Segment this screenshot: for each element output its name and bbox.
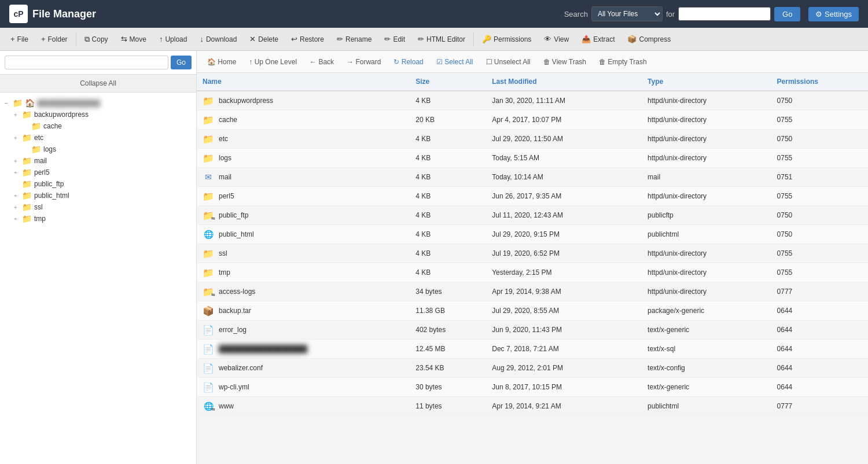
reload-button[interactable]: ↻ Reload — [388, 56, 429, 68]
table-row[interactable]: 📁cache 20 KB Apr 4, 2017, 10:07 PM httpd… — [197, 111, 868, 130]
file-type: package/x-generic — [642, 301, 771, 321]
compress-button[interactable]: 📦 Compress — [621, 32, 676, 46]
tree-label-mail: mail — [34, 157, 47, 165]
table-row[interactable]: 📦backup.tar 11.38 GB Jul 29, 2020, 8:55 … — [197, 301, 868, 321]
table-row[interactable]: 📁backupwordpress 4 KB Jan 30, 2020, 11:1… — [197, 91, 868, 111]
tree-item-backupwordpress[interactable]: + 📁 backupwordpress — [12, 109, 194, 120]
unselect-all-button[interactable]: ☐ Unselect All — [480, 56, 536, 68]
file-perms: 0644 — [771, 378, 868, 397]
tree-item-mail[interactable]: + 📁 mail — [12, 155, 194, 167]
file-size: 402 bytes — [410, 321, 486, 340]
file-size: 11 bytes — [410, 397, 486, 416]
download-button[interactable]: ↓ Download — [194, 32, 242, 46]
table-row[interactable]: 📁ssl 4 KB Jul 19, 2020, 6:52 PM httpd/un… — [197, 244, 868, 263]
view-button[interactable]: 👁 View — [538, 32, 575, 46]
table-row[interactable]: 📁 ⇆ public_ftp 4 KB Jul 11, 2020, 12:43 … — [197, 206, 868, 225]
new-folder-button[interactable]: + Folder — [35, 32, 73, 46]
table-row[interactable]: 📁 ⇆ access-logs 34 bytes Apr 19, 2014, 9… — [197, 282, 868, 301]
file-table-header: Name Size Last Modified Type Permissions — [197, 73, 868, 91]
tree-item-public-html[interactable]: + 📁 public_html — [12, 190, 194, 201]
tree-item-root[interactable]: − 📁 🏠 ██████████████ — [2, 97, 194, 109]
folder-icon-tmp: 📁 — [22, 214, 32, 223]
table-row[interactable]: 📁perl5 4 KB Jun 26, 2017, 9:35 AM httpd/… — [197, 187, 868, 206]
tree-item-tmp[interactable]: + 📁 tmp — [12, 213, 194, 224]
new-file-button[interactable]: + File — [5, 32, 34, 46]
copy-button[interactable]: ⧉ Copy — [79, 32, 114, 47]
file-size: 34 bytes — [410, 282, 486, 301]
tree-item-ssl[interactable]: + 📁 ssl — [12, 201, 194, 213]
search-input[interactable] — [678, 7, 771, 21]
upload-button[interactable]: ↑ Upload — [153, 32, 193, 46]
col-permissions[interactable]: Permissions — [771, 73, 868, 91]
sidebar-go-button[interactable]: Go — [171, 56, 192, 69]
tree-item-perl5[interactable]: + 📁 perl5 — [12, 167, 194, 178]
search-go-button[interactable]: Go — [774, 7, 800, 21]
file-icon: 📄 — [203, 381, 214, 393]
col-type[interactable]: Type — [642, 73, 771, 91]
folder-icon: 📁 — [203, 152, 214, 164]
view-trash-button[interactable]: 🗑 View Trash — [538, 56, 592, 68]
move-button[interactable]: ⇆ Move — [115, 32, 152, 46]
file-perms: 0750 — [771, 206, 868, 225]
empty-trash-button[interactable]: 🗑 Empty Trash — [593, 56, 653, 68]
folder-icon-ssl: 📁 — [22, 202, 32, 212]
tree-children-backupwordpress: 📁 cache — [12, 120, 194, 132]
forward-button[interactable]: → Forward — [341, 56, 387, 68]
file-modified: Jul 19, 2020, 6:52 PM — [486, 244, 642, 263]
collapse-all-button[interactable]: Collapse All — [0, 75, 196, 93]
table-row[interactable]: 🌐public_html 4 KB Jul 29, 2020, 9:15 PM … — [197, 225, 868, 244]
tree-item-logs[interactable]: 📁 logs — [21, 143, 194, 155]
search-scope-select[interactable]: All Your Files File Names Only File Cont… — [591, 6, 663, 21]
file-table-body: 📁backupwordpress 4 KB Jan 30, 2020, 11:1… — [197, 91, 868, 416]
table-row[interactable]: 📄wp-cli.yml 30 bytes Jun 8, 2017, 10:15 … — [197, 378, 868, 397]
file-perms: 0751 — [771, 168, 868, 187]
file-type: mail — [642, 168, 771, 187]
file-modified: Jul 11, 2020, 12:43 AM — [486, 206, 642, 225]
folder-icon: 📁 — [203, 267, 214, 278]
file-name: public_ftp — [219, 211, 248, 219]
folder-icon: 📁 — [203, 133, 214, 145]
tree-expand-tmp: + — [14, 216, 20, 222]
html-editor-button[interactable]: ✏ HTML Editor — [412, 32, 471, 46]
file-modified: Apr 19, 2014, 9:21 AM — [486, 397, 642, 416]
table-row[interactable]: 🌐 ⇆ www 11 bytes Apr 19, 2014, 9:21 AM p… — [197, 397, 868, 416]
restore-button[interactable]: ↩ Restore — [285, 32, 330, 46]
file-name: backupwordpress — [219, 97, 273, 105]
file-name: public_html — [219, 230, 254, 238]
toolbar-separator-2 — [473, 32, 474, 46]
back-button[interactable]: ← Back — [304, 56, 340, 68]
table-row[interactable]: 📄error_log 402 bytes Jun 9, 2020, 11:43 … — [197, 321, 868, 340]
file-name: webalizer.conf — [219, 364, 263, 372]
file-type: httpd/unix-directory — [642, 91, 771, 111]
table-row[interactable]: 📁tmp 4 KB Yesterday, 2:15 PM httpd/unix-… — [197, 263, 868, 282]
tree-label-etc: etc — [34, 134, 43, 142]
sidebar-search-input[interactable] — [5, 56, 168, 69]
tree-expand-public-html: + — [14, 193, 20, 199]
extract-button[interactable]: 📤 Extract — [576, 32, 620, 46]
select-all-button[interactable]: ☑ Select All — [431, 56, 479, 68]
file-modified: Jun 9, 2020, 11:43 PM — [486, 321, 642, 340]
table-row[interactable]: ✉mail 4 KB Today, 10:14 AM mail 0751 — [197, 168, 868, 187]
tree-item-public-ftp[interactable]: 📁 public_ftp — [12, 178, 194, 190]
rename-button[interactable]: ✏ Rename — [331, 32, 377, 46]
folder-icon-root: 📁 — [13, 98, 23, 108]
mail-icon: ✉ — [203, 171, 214, 183]
settings-button[interactable]: ⚙ Settings — [808, 7, 859, 21]
table-row[interactable]: 📁etc 4 KB Jul 29, 2020, 11:50 AM httpd/u… — [197, 130, 868, 149]
table-row[interactable]: 📄webalizer.conf 23.54 KB Aug 29, 2012, 2… — [197, 359, 868, 378]
app-logo: cP File Manager — [9, 5, 96, 23]
permissions-button[interactable]: 🔑 Permissions — [476, 32, 537, 46]
col-name[interactable]: Name — [197, 73, 410, 91]
file-type: text/x-config — [642, 359, 771, 378]
delete-button[interactable]: ✕ Delete — [244, 32, 284, 46]
home-button[interactable]: 🏠 Home — [201, 56, 242, 68]
table-row[interactable]: 📁logs 4 KB Today, 5:15 AM httpd/unix-dir… — [197, 149, 868, 168]
edit-button[interactable]: ✏ Edit — [378, 32, 411, 46]
tree-item-etc[interactable]: + 📁 etc — [12, 132, 194, 143]
up-one-level-button[interactable]: ↑ Up One Level — [243, 56, 303, 68]
col-size[interactable]: Size — [410, 73, 486, 91]
col-last-modified[interactable]: Last Modified — [486, 73, 642, 91]
tree-label-ssl: ssl — [34, 203, 43, 211]
tree-item-cache[interactable]: 📁 cache — [21, 120, 194, 132]
table-row[interactable]: 📄██████████████████ 12.45 MB Dec 7, 2018… — [197, 340, 868, 359]
